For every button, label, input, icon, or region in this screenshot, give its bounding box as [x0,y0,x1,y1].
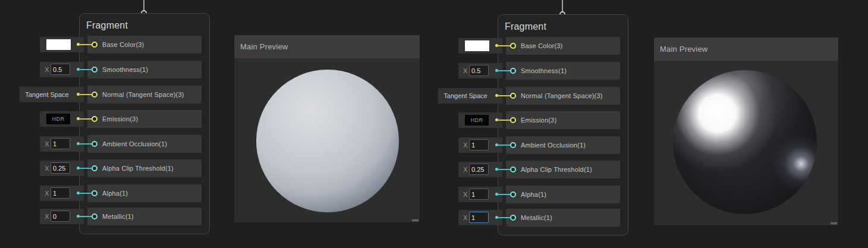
color-picker-widget [458,38,502,54]
port-label: Alpha Clip Threshold(1) [521,161,592,178]
main-preview-title: Main Preview [240,35,288,58]
hdr-color-widget: HDR [40,111,84,127]
axis-label: X [45,136,49,152]
input-port-icon[interactable] [92,92,98,98]
port-row-ambient-occlusion: X Ambient Occlusion(1) [506,136,620,154]
port-row-metallic: X Metallic(1) [87,208,202,225]
hdr-color-field[interactable]: HDR [46,114,70,124]
space-dropdown[interactable]: Tangent Space [438,88,502,103]
port-connector-line [497,169,511,170]
port-label: Ambient Occlusion(1) [521,136,586,154]
input-port-icon[interactable] [92,214,98,219]
alpha-clip-threshold-input[interactable] [51,162,70,174]
input-port-icon[interactable] [92,116,98,122]
alpha-clip-threshold-input[interactable] [469,164,489,175]
resize-handle[interactable] [831,222,837,224]
port-connector-line [78,118,93,120]
port-label: Alpha(1) [102,184,128,202]
port-connector-line [497,145,511,146]
port-connector-line [497,95,511,96]
port-label: Base Color(3) [521,37,562,55]
port-connector-line [78,44,93,45]
color-picker-widget [40,37,84,52]
port-connector-line [78,193,93,194]
float-input-widget: X [40,186,84,201]
fragment-node[interactable]: Fragment Base Color(3) X Smoothness(1) T… [79,13,210,234]
port-row-smoothness: X Smoothness(1) [87,61,202,79]
port-connector-line [78,94,93,95]
input-port-icon[interactable] [510,68,516,74]
port-row-alpha: X Alpha(1) [87,184,202,202]
base-color-swatch[interactable] [46,39,71,50]
input-port-icon[interactable] [92,67,98,73]
port-label: Emission(3) [102,110,138,128]
port-row-base-color: Base Color(3) [506,37,620,55]
edge-connection-line [143,0,144,11]
space-dropdown[interactable]: Tangent Space [20,87,84,102]
port-row-base-color: Base Color(3) [87,36,202,54]
fragment-node[interactable]: Fragment Base Color(3) X Smoothness(1) T… [498,14,628,236]
preview-sphere[interactable] [673,70,817,214]
main-preview-title: Main Preview [660,37,707,61]
hdr-color-field[interactable]: HDR [465,115,489,125]
port-label: Smoothness(1) [102,61,148,79]
input-port-icon[interactable] [510,142,516,148]
fragment-node-title: Fragment [86,20,128,31]
input-port-icon[interactable] [510,192,516,197]
float-input-widget: X [458,162,502,177]
input-port-icon[interactable] [510,93,516,99]
fragment-node-title: Fragment [505,21,546,32]
port-label: Normal (Tangent Space)(3) [102,86,184,103]
input-port-icon[interactable] [510,117,516,123]
input-port-icon[interactable] [510,43,516,49]
input-port-icon[interactable] [92,42,98,48]
main-preview-titlebar[interactable]: Main Preview [654,37,838,61]
port-row-emission: HDR Emission(3) [506,111,620,129]
input-port-icon[interactable] [92,141,98,147]
axis-label: X [45,161,49,176]
axis-label: X [463,187,467,202]
axis-label: X [463,63,467,79]
metallic-input[interactable] [51,211,70,222]
port-connector-line [497,45,511,46]
port-label: Alpha Clip Threshold(1) [102,159,174,177]
preview-sphere[interactable] [256,70,399,212]
axis-label: X [463,210,467,225]
main-preview-titlebar[interactable]: Main Preview [234,35,420,58]
port-row-metallic: X Metallic(1) [506,209,620,227]
ambient-occlusion-input[interactable] [51,138,70,149]
input-port-icon[interactable] [92,190,98,196]
float-input-widget: X [40,161,84,176]
smoothness-input[interactable] [469,65,489,76]
port-row-ambient-occlusion: X Ambient Occlusion(1) [87,135,202,153]
input-port-icon[interactable] [510,215,516,221]
input-port-icon[interactable] [510,167,516,172]
base-color-swatch[interactable] [465,40,489,51]
port-connector-line [497,120,511,121]
port-row-alpha-clip-threshold: X Alpha Clip Threshold(1) [506,161,620,178]
port-row-normal: Tangent Space Normal (Tangent Space)(3) [506,87,620,105]
alpha-input[interactable] [469,189,489,200]
resize-handle[interactable] [412,219,419,221]
port-label: Metallic(1) [102,208,134,225]
port-label: Metallic(1) [521,209,552,227]
input-port-icon[interactable] [92,165,98,171]
port-row-alpha-clip-threshold: X Alpha Clip Threshold(1) [87,159,202,177]
ambient-occlusion-input[interactable] [469,139,489,150]
port-connector-line [497,217,511,218]
shader-graph-canvas[interactable]: Fragment Base Color(3) X Smoothness(1) T… [0,0,868,248]
main-preview-window: Main Preview [234,34,420,223]
float-input-widget: X [458,210,502,225]
space-dropdown-value: Tangent Space [438,88,493,103]
port-connector-line [78,168,93,169]
float-input-widget: X [40,62,84,77]
port-label: Emission(3) [521,111,556,129]
port-row-emission: HDR Emission(3) [87,110,202,128]
port-row-alpha: X Alpha(1) [506,186,620,203]
float-input-widget: X [458,63,502,79]
port-label: Ambient Occlusion(1) [102,135,167,153]
float-input-widget: X [40,209,84,224]
smoothness-input[interactable] [51,64,70,75]
metallic-input[interactable] [469,212,489,223]
alpha-input[interactable] [51,187,70,199]
